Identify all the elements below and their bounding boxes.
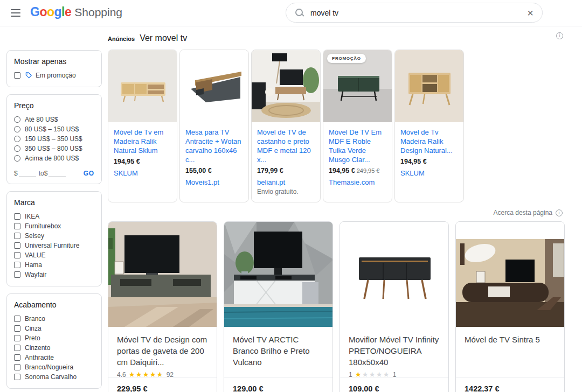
checkbox[interactable] [14, 72, 20, 79]
brand-option[interactable]: Universal Furniture [14, 241, 94, 250]
result-body: Móvel de TV Sintra 5 [456, 327, 564, 377]
product-title-link[interactable]: Móvel de Tv em Madeira Ralik Natural Skl… [114, 128, 171, 155]
price-option[interactable]: 150 US$ – 350 US$ [14, 134, 94, 144]
product-image[interactable] [395, 50, 463, 122]
search-input[interactable] [310, 9, 527, 17]
checkbox[interactable] [14, 252, 20, 258]
logo-suffix: Shopping [74, 6, 122, 19]
product-image[interactable] [180, 50, 248, 122]
brand-option[interactable]: Furniturebox [14, 221, 94, 231]
brand-option[interactable]: Selsey [14, 231, 94, 241]
star-icon [383, 371, 390, 377]
price-min-input[interactable] [19, 170, 36, 177]
clear-search-icon[interactable]: × [527, 8, 534, 18]
merchant-link[interactable]: Moveis1.pt [185, 178, 243, 186]
hamburger-menu-icon[interactable] [11, 7, 24, 19]
radio-button[interactable] [14, 145, 20, 152]
product-title-link[interactable]: Móvel de TV Sintra 5 [465, 334, 556, 345]
rating-value: 4.6 [117, 371, 126, 377]
product-image[interactable] [252, 50, 320, 122]
brand-option-label: Universal Furniture [25, 242, 79, 249]
checkbox[interactable] [14, 233, 20, 239]
checkbox[interactable] [14, 262, 20, 268]
price-block: 1422,37 € Moveistore Entrega grátis [456, 377, 564, 392]
old-price: 249,95 € [357, 167, 380, 174]
result-card: Móvel de TV Sintra 5 1422,37 € Moveistor… [455, 221, 565, 392]
result-card: Móvel TV ARCTIC Branco Brilho e Preto Vu… [224, 221, 333, 392]
brand-option[interactable]: VALUE [14, 250, 94, 260]
brand-option[interactable]: IKEA [14, 212, 94, 221]
finish-option[interactable]: Cinzento [14, 343, 94, 353]
merchant-link[interactable]: Themasie.com [329, 178, 386, 186]
checkbox[interactable] [14, 354, 20, 361]
product-title-link[interactable]: Moviflor Móvel TV Infinity PRETO/NOGUEIR… [349, 334, 440, 368]
logo-letter: o [39, 5, 47, 19]
product-image[interactable] [108, 50, 177, 122]
checkbox[interactable] [14, 364, 20, 370]
product-price: 194,95 € [400, 158, 427, 165]
search-icon [295, 9, 304, 17]
rating-count: 1 [393, 371, 397, 377]
checkbox[interactable] [14, 242, 20, 249]
product-price: 179,99 € [257, 167, 283, 174]
radio-button[interactable] [14, 155, 20, 162]
product-image[interactable] [108, 222, 217, 327]
go-button[interactable]: GO [84, 170, 94, 177]
brand-option[interactable]: Hama [14, 260, 94, 270]
merchant-link[interactable]: SKLUM [114, 169, 171, 177]
star-icon [362, 371, 369, 377]
star-icon [129, 371, 136, 377]
product-title-link[interactable]: Móvel de TV de castanho e preto MDF e me… [257, 128, 315, 164]
shipping-info: Envio gratuito. [257, 188, 315, 195]
finish-option[interactable]: Preto [14, 333, 94, 343]
filter-title: Marca [14, 198, 94, 207]
product-title-link[interactable]: Móvel De TV Em MDF E Roble Tuika Verde M… [329, 128, 386, 164]
finish-option[interactable]: Sonoma Carvalho [14, 372, 94, 382]
price-option[interactable]: 350 US$ – 800 US$ [14, 144, 94, 153]
product-image[interactable] [456, 222, 564, 327]
product-price: 155,00 € [185, 167, 212, 174]
finish-option[interactable]: Branco [14, 314, 94, 324]
search-bar[interactable]: × [286, 3, 543, 23]
product-title-link[interactable]: Mesa para TV Antracite + Wotan carvalho … [185, 128, 243, 164]
finish-option[interactable]: Anthracite [14, 353, 94, 362]
checkbox[interactable] [14, 325, 20, 332]
ads-info-icon[interactable] [556, 32, 563, 39]
info-icon[interactable] [556, 209, 563, 216]
checkbox[interactable] [14, 316, 20, 322]
filter-option-em-promocao[interactable]: Em promoção [14, 71, 94, 80]
price-max-input[interactable] [48, 170, 66, 177]
product-price: 194,95 € [329, 167, 355, 174]
merchant-link[interactable]: SKLUM [400, 169, 458, 177]
finish-option[interactable]: Branco/Nogueira [14, 362, 94, 372]
checkbox[interactable] [14, 345, 20, 351]
product-image[interactable] [340, 222, 448, 327]
product-title-link[interactable]: Móvel de Tv Madeira Ralik Design Natural… [400, 128, 458, 155]
merchant-link[interactable]: beliani.pt [257, 178, 315, 186]
price-option-label: 80 US$ – 150 US$ [25, 125, 79, 133]
product-image[interactable] [224, 222, 332, 327]
ads-label: Anúncios [108, 36, 135, 42]
finish-option[interactable]: Cinza [14, 324, 94, 333]
ad-card: PROMOÇÃO Móvel De TV Em MDF E Roble Tuik… [323, 50, 392, 202]
brand-option-label: Wayfair [25, 271, 46, 278]
brand-option[interactable]: Wayfair [14, 270, 94, 279]
star-icon [136, 371, 143, 377]
product-title-link[interactable]: Móvel TV ARCTIC Branco Brilho e Preto Vu… [233, 334, 324, 368]
product-title-link[interactable]: Móvel TV de Design com portas de gaveta … [117, 334, 208, 368]
price-option[interactable]: Até 80 US$ [14, 115, 94, 124]
radio-button[interactable] [14, 136, 20, 142]
google-shopping-logo[interactable]: Google Shopping [30, 5, 122, 19]
price-range-row: $ to $ GO [14, 170, 94, 177]
price-option[interactable]: Acima de 800 US$ [14, 153, 94, 163]
checkbox[interactable] [14, 374, 20, 380]
radio-button[interactable] [14, 126, 20, 132]
checkbox[interactable] [14, 213, 20, 220]
about-this-page-link[interactable]: Acerca desta página [494, 209, 552, 216]
checkbox[interactable] [14, 335, 20, 341]
radio-button[interactable] [14, 116, 20, 123]
price-option[interactable]: 80 US$ – 150 US$ [14, 124, 94, 134]
finish-option-label: Branco [25, 315, 45, 323]
checkbox[interactable] [14, 271, 20, 278]
checkbox[interactable] [14, 223, 20, 229]
